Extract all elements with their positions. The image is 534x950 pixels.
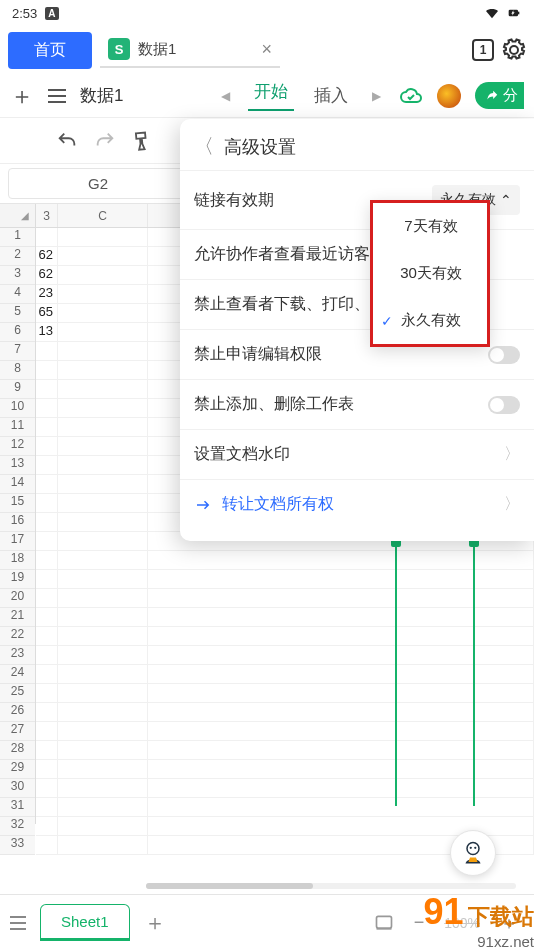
- cell-row[interactable]: [36, 760, 534, 779]
- toolbar-tab-insert[interactable]: 插入: [308, 84, 354, 107]
- svg-rect-6: [376, 928, 391, 930]
- row-header[interactable]: 3: [0, 266, 35, 285]
- row-header[interactable]: 21: [0, 608, 35, 627]
- row-header[interactable]: 5: [0, 304, 35, 323]
- check-icon: ✓: [381, 313, 395, 329]
- panel-title: 高级设置: [224, 135, 296, 159]
- row-header[interactable]: 33: [0, 836, 35, 855]
- add-sheet-button[interactable]: ＋: [144, 908, 166, 938]
- row-header[interactable]: 30: [0, 779, 35, 798]
- row-header[interactable]: 20: [0, 589, 35, 608]
- cell-row[interactable]: [36, 684, 534, 703]
- validity-option-7d[interactable]: ✓ 7天有效: [373, 203, 487, 250]
- row-header[interactable]: 22: [0, 627, 35, 646]
- redo-icon[interactable]: [94, 130, 116, 152]
- row-header[interactable]: 17: [0, 532, 35, 551]
- row-header[interactable]: 29: [0, 760, 35, 779]
- zoom-level: 100%: [444, 915, 480, 931]
- col-header-b[interactable]: 3: [36, 204, 58, 227]
- zoom-in-button[interactable]: ＋: [494, 911, 524, 935]
- row-header[interactable]: 8: [0, 361, 35, 380]
- row-header[interactable]: 16: [0, 513, 35, 532]
- cell-row[interactable]: [36, 646, 534, 665]
- watermark-row[interactable]: 设置文档水印 〉: [180, 429, 534, 479]
- undo-icon[interactable]: [56, 130, 78, 152]
- cell-row[interactable]: [36, 779, 534, 798]
- validity-option-30d[interactable]: ✓ 30天有效: [373, 250, 487, 297]
- wifi-icon: [484, 5, 500, 21]
- selection-edge: [473, 526, 475, 806]
- row-header[interactable]: 31: [0, 798, 35, 817]
- row-header[interactable]: 24: [0, 665, 35, 684]
- col-header-c[interactable]: C: [58, 204, 148, 227]
- cell-row[interactable]: [36, 551, 534, 570]
- app-tab-bar: 首页 S 数据1 × 1: [0, 26, 534, 74]
- svg-point-3: [470, 847, 472, 849]
- toggle-switch[interactable]: [488, 396, 520, 414]
- row-header[interactable]: 27: [0, 722, 35, 741]
- forbid-sheets-row[interactable]: 禁止添加、删除工作表: [180, 379, 534, 429]
- row-header[interactable]: 11: [0, 418, 35, 437]
- back-icon[interactable]: 〈: [194, 133, 214, 160]
- status-time: 2:53: [12, 6, 37, 21]
- cloud-sync-icon[interactable]: [399, 84, 423, 108]
- row-header[interactable]: 13: [0, 456, 35, 475]
- chevron-up-icon: ⌃: [500, 192, 512, 208]
- zoom-out-button[interactable]: −: [408, 912, 431, 933]
- horizontal-scrollbar[interactable]: [146, 883, 516, 889]
- settings-gear-icon[interactable]: [502, 38, 526, 62]
- document-name[interactable]: 数据1: [80, 84, 123, 107]
- row-header[interactable]: 32: [0, 817, 35, 836]
- svg-rect-1: [518, 12, 519, 15]
- tab-count[interactable]: 1: [472, 39, 494, 61]
- name-box[interactable]: G2: [8, 168, 188, 199]
- format-painter-icon[interactable]: [131, 129, 155, 153]
- row-header[interactable]: 23: [0, 646, 35, 665]
- sheet-tab-active[interactable]: Sheet1: [40, 904, 130, 941]
- cell-row[interactable]: [36, 741, 534, 760]
- row-header[interactable]: 9: [0, 380, 35, 399]
- row-header[interactable]: 2: [0, 247, 35, 266]
- toolbar-next-icon[interactable]: ▶: [368, 89, 385, 103]
- row-header[interactable]: 15: [0, 494, 35, 513]
- add-button[interactable]: ＋: [10, 80, 34, 112]
- toolbar-tab-start[interactable]: 开始: [248, 80, 294, 111]
- row-header[interactable]: 26: [0, 703, 35, 722]
- battery-icon: [506, 5, 522, 21]
- close-tab-icon[interactable]: ×: [261, 39, 272, 60]
- row-header[interactable]: 1: [0, 228, 35, 247]
- cell-row[interactable]: [36, 665, 534, 684]
- cell-row[interactable]: [36, 798, 534, 817]
- row-header[interactable]: 7: [0, 342, 35, 361]
- select-all-corner[interactable]: ◢: [0, 204, 35, 228]
- cell-row[interactable]: [36, 608, 534, 627]
- toolbar-prev-icon[interactable]: ◀: [217, 89, 234, 103]
- sheet-list-icon[interactable]: [10, 915, 26, 931]
- row-header[interactable]: 25: [0, 684, 35, 703]
- row-header[interactable]: 18: [0, 551, 35, 570]
- toggle-switch[interactable]: [488, 346, 520, 364]
- cell-row[interactable]: [36, 703, 534, 722]
- document-tab[interactable]: S 数据1 ×: [100, 32, 280, 68]
- menu-icon[interactable]: [48, 89, 66, 103]
- scrollbar-thumb[interactable]: [146, 883, 313, 889]
- row-header[interactable]: 12: [0, 437, 35, 456]
- cell-row[interactable]: [36, 722, 534, 741]
- row-header[interactable]: 10: [0, 399, 35, 418]
- row-header[interactable]: 4: [0, 285, 35, 304]
- user-avatar[interactable]: [437, 84, 461, 108]
- validity-options-popup: ✓ 7天有效 ✓ 30天有效 ✓ 永久有效: [370, 200, 490, 347]
- row-header[interactable]: 14: [0, 475, 35, 494]
- cell-row[interactable]: [36, 627, 534, 646]
- row-header[interactable]: 6: [0, 323, 35, 342]
- share-button[interactable]: 分: [475, 82, 524, 109]
- validity-option-permanent[interactable]: ✓ 永久有效: [373, 297, 487, 344]
- assistant-avatar[interactable]: [450, 830, 496, 876]
- transfer-ownership-row[interactable]: 转让文档所有权 〉: [180, 479, 534, 529]
- cell-row[interactable]: [36, 589, 534, 608]
- row-header[interactable]: 28: [0, 741, 35, 760]
- cell-row[interactable]: [36, 570, 534, 589]
- row-header[interactable]: 19: [0, 570, 35, 589]
- home-tab[interactable]: 首页: [8, 32, 92, 69]
- view-mode-icon[interactable]: [374, 913, 394, 933]
